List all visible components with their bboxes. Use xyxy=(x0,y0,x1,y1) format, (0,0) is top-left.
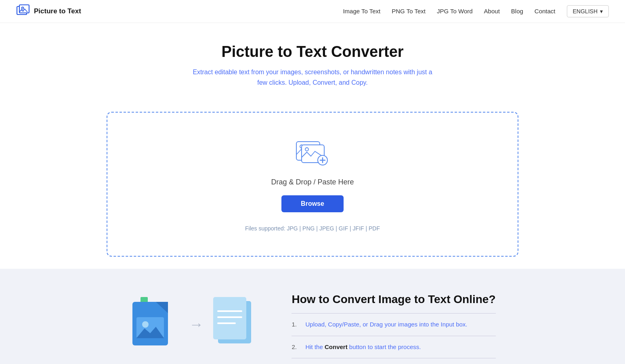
how-to-section: → How to Convert Image to Text Online? 1… xyxy=(0,269,625,364)
how-to-illustration: → xyxy=(129,293,259,356)
step-1-text: Upload, Copy/Paste, or Drag your images … xyxy=(305,320,467,329)
dropzone[interactable]: Drag & Drop / Paste Here Browse Files su… xyxy=(107,112,518,257)
files-supported-text: Files supported: JPG | PNG | JPEG | GIF … xyxy=(124,225,501,232)
divider-3 xyxy=(292,358,495,358)
logo-link[interactable]: Picture to Text xyxy=(16,4,81,19)
how-to-step-1: 1. Upload, Copy/Paste, or Drag your imag… xyxy=(292,320,495,329)
dropzone-wrapper: Drag & Drop / Paste Here Browse Files su… xyxy=(94,112,531,257)
nav-jpg-to-word[interactable]: JPG To Word xyxy=(437,8,473,15)
svg-point-14 xyxy=(142,321,149,328)
navbar: Picture to Text Image To Text PNG To Tex… xyxy=(0,0,625,23)
upload-icon xyxy=(124,137,501,171)
browse-button[interactable]: Browse xyxy=(281,195,344,212)
how-to-step-2: 2. Hit the Convert button to start the p… xyxy=(292,343,495,352)
page-title: Picture to Text Converter xyxy=(8,43,617,61)
nav-links: Image To Text PNG To Text JPG To Word Ab… xyxy=(343,5,609,17)
image-file-icon xyxy=(129,293,182,356)
nav-blog[interactable]: Blog xyxy=(511,8,523,15)
how-to-title: How to Convert Image to Text Online? xyxy=(292,293,495,306)
hero-subtitle: Extract editable text from your images, … xyxy=(187,67,438,88)
nav-image-to-text[interactable]: Image To Text xyxy=(343,8,380,15)
divider xyxy=(292,313,495,314)
dropzone-label: Drag & Drop / Paste Here xyxy=(124,178,501,186)
logo-text: Picture to Text xyxy=(34,7,81,15)
divider-2 xyxy=(292,336,495,336)
text-file-icon xyxy=(211,293,259,356)
hero-section: Picture to Text Converter Extract editab… xyxy=(0,23,625,100)
logo-icon xyxy=(16,4,31,19)
arrow-icon: → xyxy=(189,316,203,333)
chevron-down-icon: ▾ xyxy=(600,8,603,15)
svg-rect-17 xyxy=(213,297,246,339)
nav-contact[interactable]: Contact xyxy=(535,8,556,15)
step-2-text: Hit the Convert button to start the proc… xyxy=(305,343,421,352)
nav-about[interactable]: About xyxy=(484,8,500,15)
how-to-content: How to Convert Image to Text Online? 1. … xyxy=(292,293,495,364)
nav-png-to-text[interactable]: PNG To Text xyxy=(392,8,426,15)
language-button[interactable]: ENGLISH ▾ xyxy=(567,5,609,17)
